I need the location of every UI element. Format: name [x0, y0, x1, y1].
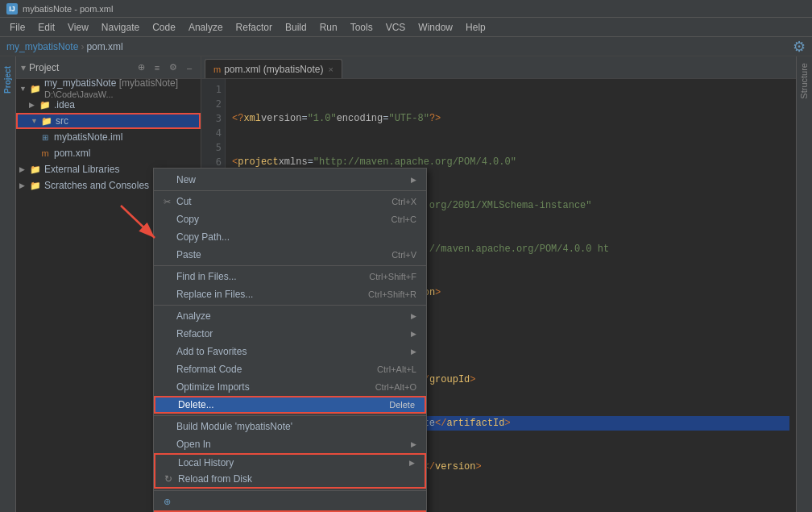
title-bar: IJ mybatisNote - pom.xml	[0, 0, 812, 18]
panel-icon-settings[interactable]: ⚙	[167, 61, 180, 74]
tree-src[interactable]: ▼ 📁 src	[16, 113, 201, 129]
menu-file[interactable]: File	[3, 20, 31, 35]
idea-folder-icon: 📁	[39, 98, 52, 111]
ctx-reload-icon: ↻	[162, 472, 175, 485]
ctx-local-history[interactable]: Local History ▶	[154, 453, 426, 471]
ext-arrow: ▶	[19, 165, 29, 173]
panel-actions: ⊕ ≡ ⚙ –	[135, 61, 196, 74]
ctx-delete[interactable]: Delete... Delete	[154, 396, 426, 414]
tree-iml[interactable]: ⊞ mybatisNote.iml	[16, 129, 201, 145]
ctx-add-favorites[interactable]: Add to Favorites ▶	[154, 343, 426, 360]
breadcrumb-file[interactable]: pom.xml	[86, 41, 122, 52]
ctx-sep-4	[154, 490, 426, 491]
sidebar-tab-project[interactable]: Project	[2, 60, 14, 100]
right-sidebar: Structure	[796, 56, 812, 512]
ctx-sep-1	[154, 265, 426, 266]
scratches-arrow: ▶	[19, 181, 29, 189]
idea-label: .idea	[54, 99, 75, 110]
src-arrow: ▼	[31, 117, 40, 125]
structure-tab[interactable]: Structure	[797, 56, 811, 106]
panel-icon-close[interactable]: –	[183, 61, 196, 74]
menu-edit[interactable]: Edit	[31, 20, 61, 35]
title-text: mybatisNote - pom.xml	[23, 4, 113, 14]
ctx-refactor-arrow: ▶	[411, 330, 416, 338]
ctx-refactor[interactable]: Refactor ▶	[154, 325, 426, 343]
toolbar-right-icon: ⚙	[793, 38, 806, 56]
breadcrumb-sep1: ›	[81, 41, 84, 52]
ctx-analyze[interactable]: Analyze ▶	[154, 307, 426, 325]
menu-vcs[interactable]: VCS	[379, 20, 412, 35]
panel-header-icon: ▾	[21, 62, 26, 73]
breadcrumb: my_mybatisNote › pom.xml ⚙	[0, 37, 812, 56]
ctx-reformat[interactable]: Reformat Code Ctrl+Alt+L	[154, 360, 426, 378]
scratches-folder-icon: 📁	[29, 179, 42, 192]
ctx-paste[interactable]: Paste Ctrl+V	[154, 246, 426, 264]
left-sidebar-tabs: Project	[0, 56, 16, 512]
menu-run[interactable]: Run	[313, 20, 344, 35]
ext-label: External Libraries	[44, 164, 119, 175]
ctx-open-in-arrow: ▶	[411, 440, 416, 448]
src-label: src	[56, 115, 68, 127]
tab-pom-label: pom.xml (mybatisNote)	[224, 64, 323, 75]
ctx-favorites-arrow: ▶	[411, 348, 416, 356]
pom-icon: m	[39, 147, 52, 160]
ctx-copy[interactable]: Copy Ctrl+C	[154, 210, 426, 228]
menu-refactor[interactable]: Refactor	[230, 20, 279, 35]
ctx-new-arrow: ▶	[411, 176, 416, 184]
ctx-sep-2	[154, 305, 426, 306]
ctx-cut[interactable]: ✂ Cut Ctrl+X	[154, 193, 426, 210]
panel-icon-new[interactable]: ⊕	[135, 61, 147, 74]
tab-pom-icon: m	[213, 65, 221, 74]
ctx-compare-with[interactable]: ⊕	[154, 493, 426, 510]
root-arrow: ▼	[19, 85, 29, 93]
editor-tab-pom[interactable]: m pom.xml (mybatisNote) ×	[205, 59, 342, 78]
menu-help[interactable]: Help	[459, 20, 492, 35]
ctx-replace-in-files[interactable]: Replace in Files... Ctrl+Shift+R	[154, 285, 426, 303]
panel-title: Project	[29, 62, 135, 73]
context-menu: New ▶ ✂ Cut Ctrl+X Copy Ctrl+C Copy Path…	[153, 168, 427, 512]
root-folder-icon: 📁	[29, 82, 42, 95]
menu-window[interactable]: Window	[412, 20, 459, 35]
src-folder-icon: 📁	[40, 114, 53, 127]
tree-pom[interactable]: m pom.xml	[16, 145, 201, 161]
ctx-copy-path[interactable]: Copy Path...	[154, 228, 426, 246]
tree-root[interactable]: ▼ 📁 my_mybatisNote [mybatisNote] D:\Code…	[16, 81, 201, 97]
pom-label: pom.xml	[54, 148, 90, 159]
idea-arrow: ▶	[29, 101, 39, 109]
menu-navigate[interactable]: Navigate	[95, 20, 146, 35]
iml-icon: ⊞	[39, 131, 52, 144]
ctx-local-history-arrow: ▶	[409, 459, 415, 467]
ctx-analyze-arrow: ▶	[411, 312, 416, 320]
menu-tools[interactable]: Tools	[344, 20, 379, 35]
ctx-new[interactable]: New ▶	[154, 171, 426, 189]
code-line-1: <?xml version="1.0" encoding="UTF-8"?>	[232, 111, 789, 126]
ctx-sep-after-new	[154, 190, 426, 191]
ctx-compare-icon: ⊕	[160, 495, 173, 508]
ctx-sep-3	[154, 415, 426, 416]
panel-icon-collapse[interactable]: ≡	[151, 61, 164, 74]
app-icon: IJ	[6, 3, 18, 15]
ext-folder-icon: 📁	[29, 163, 42, 176]
tab-close-btn[interactable]: ×	[329, 65, 334, 74]
menu-bar: File Edit View Navigate Code Analyze Ref…	[0, 18, 812, 37]
scratches-label: Scratches and Consoles	[44, 180, 149, 191]
breadcrumb-project[interactable]: my_mybatisNote	[6, 41, 78, 52]
menu-analyze[interactable]: Analyze	[182, 20, 230, 35]
iml-label: mybatisNote.iml	[54, 131, 122, 143]
ctx-find-in-files[interactable]: Find in Files... Ctrl+Shift+F	[154, 268, 426, 285]
menu-build[interactable]: Build	[279, 20, 313, 35]
ctx-open-in[interactable]: Open In ▶	[154, 435, 426, 453]
panel-header: ▾ Project ⊕ ≡ ⚙ –	[16, 56, 201, 79]
ctx-optimize[interactable]: Optimize Imports Ctrl+Alt+O	[154, 378, 426, 396]
ctx-reload[interactable]: ↻ Reload from Disk	[154, 471, 426, 489]
editor-tabs: m pom.xml (mybatisNote) ×	[201, 56, 796, 79]
ctx-cut-icon: ✂	[160, 195, 173, 208]
ctx-build-module[interactable]: Build Module 'mybatisNote'	[154, 418, 426, 435]
menu-code[interactable]: Code	[146, 20, 182, 35]
menu-view[interactable]: View	[61, 20, 95, 35]
root-label: my_mybatisNote [mybatisNote] D:\Code\Jav…	[44, 79, 197, 100]
